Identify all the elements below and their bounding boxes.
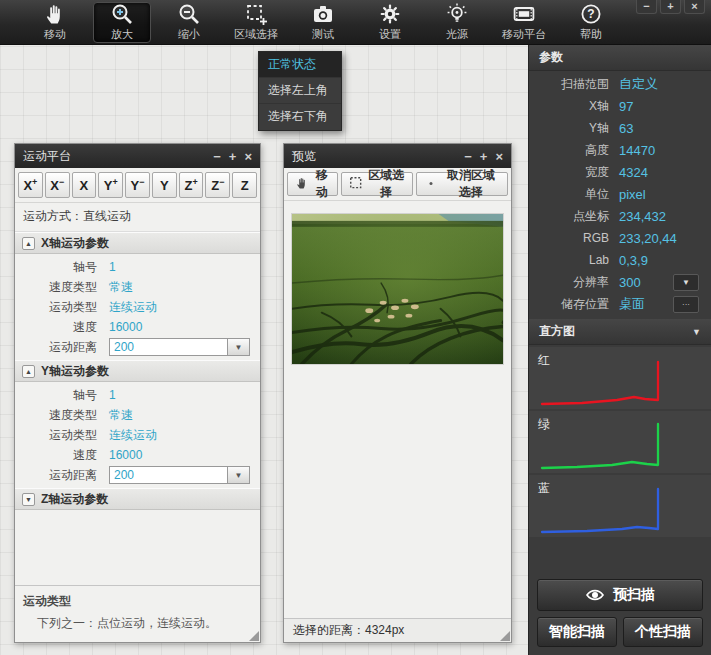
collapse-icon[interactable]: ▼ [22, 493, 35, 506]
close-button[interactable]: × [495, 150, 503, 163]
close-button[interactable]: × [244, 150, 252, 163]
menu-item-1[interactable]: 选择左上角 [259, 78, 341, 104]
region-select-icon [244, 2, 268, 26]
toolbar-items: 移动 放大 缩小 区域选择 测试 设置 光源 移动平台 ? 帮助 [26, 2, 620, 43]
param-value[interactable]: 常速 [109, 279, 133, 296]
param-row: X轴 97 [529, 95, 711, 117]
histogram-plot [537, 420, 704, 470]
param-row: 单位 pixel [529, 183, 711, 205]
help-icon: ? [579, 2, 603, 26]
axis-jog-button[interactable]: Z− [205, 172, 230, 198]
zoom-in-icon [110, 2, 134, 26]
window-maximize-button[interactable]: + [660, 0, 681, 14]
minimize-button[interactable]: − [464, 150, 472, 163]
value-combobox[interactable]: 200 ▼ [109, 466, 250, 484]
window-close-button[interactable]: × [684, 0, 705, 14]
param-value[interactable]: 1 [109, 388, 116, 402]
param-value[interactable]: 桌面 [619, 295, 645, 313]
param-value[interactable]: 300 [619, 275, 641, 290]
param-row: Y轴 63 [529, 117, 711, 139]
param-row: 储存位置 桌面 ··· [529, 293, 711, 315]
preview-panel-titlebar: 预览 − + × [284, 144, 511, 168]
preview-tool-button-2[interactable]: 取消区域选择 [416, 172, 508, 196]
param-value[interactable]: 1 [109, 260, 116, 274]
param-value[interactable]: 自定义 [619, 75, 658, 93]
param-value[interactable]: pixel [619, 187, 646, 202]
zoom-out-icon [177, 2, 201, 26]
toolbar-item-platform[interactable]: 移动平台 [495, 2, 553, 43]
parameters-sidebar: 参数 扫描范围 自定义 X轴 97 Y轴 63 高度 14470 宽度 4324… [528, 45, 711, 655]
param-value: 97 [619, 99, 633, 114]
chevron-down-icon[interactable]: ▼ [227, 339, 249, 355]
gear-icon [378, 2, 402, 26]
axis-jog-button[interactable]: Y− [125, 172, 150, 198]
toolbar-item-light[interactable]: 光源 [428, 2, 486, 43]
maximize-button[interactable]: + [480, 150, 488, 163]
resize-handle[interactable] [500, 631, 510, 641]
motion-param-row: 速度类型 常速 [15, 277, 260, 297]
toolbar-item-zoom-in[interactable]: 放大 [93, 2, 151, 43]
section-header[interactable]: ▲ X轴运动参数 [15, 232, 260, 254]
menu-item-2[interactable]: 选择右下角 [259, 104, 341, 130]
param-value: 233,20,44 [619, 231, 677, 246]
collapse-icon[interactable]: ▲ [22, 365, 35, 378]
param-value[interactable]: 连续运动 [109, 427, 157, 444]
value-combobox[interactable]: 200 ▼ [109, 338, 250, 356]
toolbar-item-help[interactable]: ? 帮助 [562, 2, 620, 43]
personal-scan-button[interactable]: 个性扫描 [623, 617, 703, 647]
param-row: Lab 0,3,9 [529, 249, 711, 271]
maximize-button[interactable]: + [229, 150, 237, 163]
chevron-down-icon[interactable]: ▼ [227, 467, 249, 483]
section-header[interactable]: ▲ Y轴运动参数 [15, 360, 260, 382]
param-value[interactable]: 16000 [109, 320, 142, 334]
toolbar-item-zoom-out[interactable]: 缩小 [160, 2, 218, 43]
toolbar-item-hand[interactable]: 移动 [26, 2, 84, 43]
axis-jog-button[interactable]: Y+ [98, 172, 123, 198]
chevron-down-icon[interactable]: ▼ [673, 274, 699, 291]
motion-param-row: 轴号 1 [15, 257, 260, 277]
preview-toolbar: 移动 区域选择 取消区域选择 [284, 168, 511, 201]
histogram-channel-2: 蓝 [529, 475, 711, 537]
section-header[interactable]: ▼ Z轴运动参数 [15, 488, 260, 510]
collapse-icon[interactable]: ▲ [22, 237, 35, 250]
window-minimize-button[interactable]: − [636, 0, 657, 14]
preview-tool-button-1[interactable]: 区域选择 [341, 172, 413, 196]
eye-icon [585, 585, 605, 605]
toolbar-item-camera[interactable]: 测试 [294, 2, 352, 43]
param-value[interactable]: 常速 [109, 407, 133, 424]
param-row: 高度 14470 [529, 139, 711, 161]
toolbar-item-gear[interactable]: 设置 [361, 2, 419, 43]
histogram-plot [537, 484, 704, 534]
param-value[interactable]: 16000 [109, 448, 142, 462]
menu-item-0[interactable]: 正常状态 [259, 52, 341, 78]
hand-icon [43, 2, 67, 26]
prescan-button[interactable]: 预扫描 [537, 579, 703, 611]
toolbar-item-region-select[interactable]: 区域选择 [227, 2, 285, 43]
param-row: 点坐标 234,432 [529, 205, 711, 227]
motion-help-title: 运动类型 [23, 593, 252, 610]
histogram-header: 直方图 ▼ [529, 319, 711, 345]
axis-jog-button[interactable]: X+ [18, 172, 43, 198]
window-controls: − + × [636, 0, 705, 14]
param-row: RGB 233,20,44 [529, 227, 711, 249]
preview-image[interactable] [291, 213, 504, 365]
camera-icon [311, 2, 335, 26]
preview-tool-button-0[interactable]: 移动 [287, 172, 338, 196]
minimize-button[interactable]: − [213, 150, 221, 163]
motion-param-row: 速度类型 常速 [15, 405, 260, 425]
axis-jog-button[interactable]: Y [152, 172, 177, 198]
params-header: 参数 [529, 45, 711, 71]
browse-ellipsis-button[interactable]: ··· [673, 296, 699, 313]
param-value: 14470 [619, 143, 655, 158]
axis-jog-button[interactable]: X− [45, 172, 70, 198]
preview-panel-title: 预览 [292, 148, 464, 165]
param-value[interactable]: 连续运动 [109, 299, 157, 316]
histogram-collapse-icon[interactable]: ▼ [692, 327, 701, 337]
axis-jog-button[interactable]: Z+ [179, 172, 204, 198]
axis-jog-button[interactable]: Z [232, 172, 257, 198]
axis-jog-button[interactable]: X [72, 172, 97, 198]
smart-scan-button[interactable]: 智能扫描 [537, 617, 617, 647]
landscape-graphic [292, 214, 503, 364]
resize-handle[interactable] [249, 631, 259, 641]
motion-param-row: 运动距离 200 ▼ [15, 465, 260, 485]
